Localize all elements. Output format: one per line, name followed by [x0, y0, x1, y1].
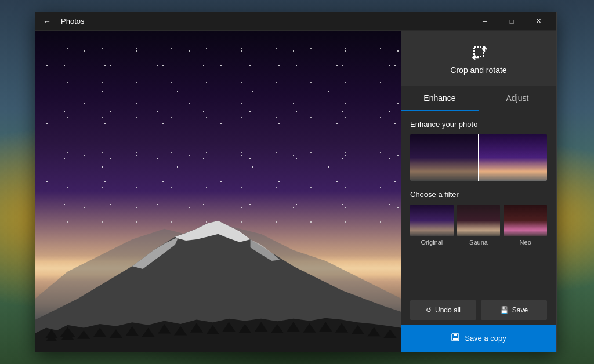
filter-thumb-neo: [504, 205, 547, 236]
filter-label-original: Original: [421, 239, 443, 246]
save-icon: 💾: [500, 306, 509, 314]
save-copy-label: Save a copy: [465, 334, 506, 343]
filter-label-neo: Neo: [520, 239, 531, 246]
filter-section-title: Choose a filter: [410, 190, 547, 199]
enhance-divider: [478, 134, 479, 181]
close-button[interactable]: ✕: [525, 12, 552, 31]
window-title: Photos: [61, 17, 472, 26]
svg-rect-27: [453, 338, 458, 340]
enhance-preview: [410, 134, 547, 181]
enhance-after: [479, 134, 547, 181]
filter-thumb-original: [410, 205, 454, 236]
svg-rect-24: [474, 47, 483, 56]
undo-all-button[interactable]: ↺ Undo all: [410, 300, 476, 320]
save-button[interactable]: 💾 Save: [481, 300, 547, 320]
right-panel: Crop and rotate Enhance Adjust Enhance y…: [401, 31, 556, 352]
photo-area: [35, 31, 401, 352]
filter-item-original[interactable]: Original: [410, 205, 454, 246]
mountain-layer: [35, 191, 401, 352]
main-content: Crop and rotate Enhance Adjust Enhance y…: [35, 31, 556, 352]
crop-rotate-label: Crop and rotate: [450, 65, 506, 75]
action-row: ↺ Undo all 💾 Save: [401, 296, 556, 325]
filter-item-neo[interactable]: Neo: [504, 205, 547, 246]
panel-content: Enhance your photo Choose a filter Origi…: [401, 111, 556, 296]
title-bar: ← Photos ─ □ ✕: [35, 12, 556, 31]
filter-thumb-sauna: [457, 205, 501, 236]
tab-enhance[interactable]: Enhance: [401, 86, 479, 111]
undo-icon: ↺: [426, 306, 432, 314]
enhance-section-title: Enhance your photo: [410, 120, 547, 129]
enhance-before: [410, 134, 479, 181]
save-label: Save: [512, 306, 528, 314]
minimize-button[interactable]: ─: [472, 12, 498, 31]
svg-rect-26: [454, 334, 457, 336]
save-copy-icon: [451, 333, 460, 344]
back-button[interactable]: ←: [40, 17, 54, 26]
filter-item-sauna[interactable]: Sauna: [457, 205, 501, 246]
save-copy-button[interactable]: Save a copy: [401, 325, 556, 352]
window-controls: ─ □ ✕: [472, 12, 552, 31]
photo-canvas: [35, 31, 401, 352]
undo-all-label: Undo all: [435, 306, 461, 314]
crop-rotate-section[interactable]: Crop and rotate: [401, 31, 556, 86]
crop-rotate-icon: [469, 42, 488, 61]
app-window: ← Photos ─ □ ✕: [35, 12, 557, 352]
filter-section: Choose a filter Original Sauna Neo: [410, 190, 547, 246]
filter-label-sauna: Sauna: [469, 239, 488, 246]
tabs-row: Enhance Adjust: [401, 86, 556, 111]
tab-adjust[interactable]: Adjust: [479, 86, 556, 111]
maximize-button[interactable]: □: [498, 12, 525, 31]
filter-grid: Original Sauna Neo: [410, 205, 547, 246]
